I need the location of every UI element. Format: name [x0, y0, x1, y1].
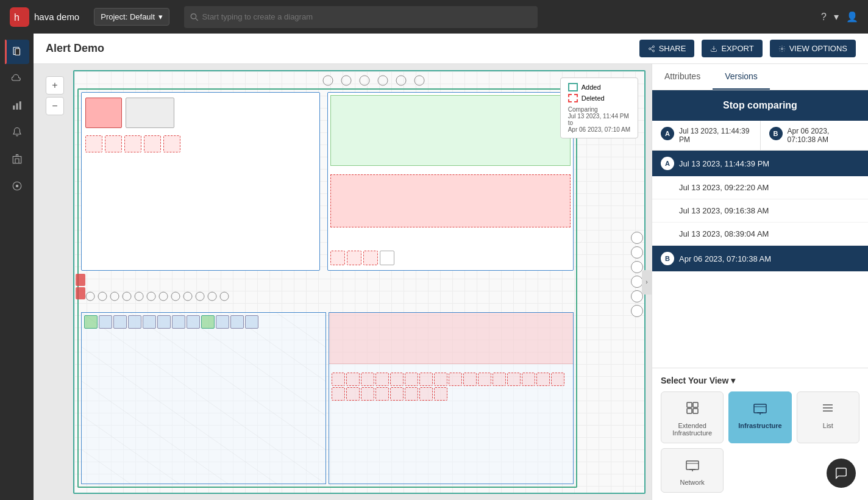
- building-icon: [12, 154, 23, 165]
- logo-text: hava demo: [34, 12, 79, 22]
- project-label: Project: Default: [101, 12, 155, 21]
- diagram-canvas[interactable]: Added Deleted Comparing Jul 13 2023, 11:…: [73, 70, 646, 494]
- version-header-a[interactable]: A Jul 13 2023, 11:44:39 PM: [652, 151, 868, 176]
- network-svg: [685, 457, 700, 472]
- svg-line-17: [650, 47, 652, 48]
- version-item-3[interactable]: Jul 13 2023, 08:39:04 AM: [652, 223, 868, 246]
- pink-block-1: [85, 98, 122, 128]
- legend-added: Added: [568, 83, 630, 91]
- date-compare-a: Jul 13 2023, 11:44:39 PM: [679, 127, 752, 144]
- sidebar-collapse-btn[interactable]: ›: [642, 270, 652, 295]
- chevron-icon[interactable]: ▾: [834, 11, 839, 23]
- project-selector[interactable]: Project: Default ▾: [94, 8, 169, 26]
- navbar-right: ? ▾ 👤: [821, 11, 858, 23]
- nodes-svg: [316, 72, 438, 89]
- version-item-2[interactable]: Jul 13 2023, 09:16:38 AM: [652, 199, 868, 223]
- zoom-in-button[interactable]: +: [46, 76, 64, 95]
- view-grid: Extended Infrastructure: [661, 391, 859, 443]
- extended-label: Extended Infrastructure: [666, 422, 718, 437]
- sidebar-item-cloud[interactable]: [5, 66, 29, 91]
- sidebar-item-chart[interactable]: [5, 93, 29, 118]
- tab-attributes[interactable]: Attributes: [652, 64, 713, 90]
- chat-bubble[interactable]: [827, 459, 856, 488]
- left-sidebar: [0, 34, 34, 500]
- version-header-b[interactable]: B Apr 06 2023, 07:10:38 AM: [652, 246, 868, 271]
- zoom-out-button[interactable]: −: [46, 97, 64, 115]
- settings-icon: [778, 45, 786, 52]
- infrastructure-icon: [753, 401, 767, 418]
- comparing-info: Comparing Jul 13 2023, 11:44 PM to Apr 0…: [568, 106, 630, 133]
- legend-deleted: Deleted: [568, 94, 630, 102]
- share-label: SHARE: [659, 44, 686, 53]
- svg-rect-7: [16, 103, 18, 110]
- svg-point-20: [323, 76, 333, 85]
- svg-line-16: [650, 49, 652, 50]
- navbar: h hava demo Project: Default ▾ ? ▾ 👤: [0, 0, 868, 34]
- deleted-indicator: [568, 94, 578, 102]
- deleted-label: Deleted: [582, 95, 605, 102]
- chevron-down-icon: ▾: [158, 12, 163, 21]
- cloud-icon: [12, 73, 23, 84]
- tab-versions[interactable]: Versions: [713, 64, 770, 90]
- green-area: [330, 95, 571, 166]
- svg-rect-10: [16, 155, 18, 157]
- gray-block-1: [126, 98, 174, 128]
- svg-point-27: [98, 292, 107, 301]
- connector-nodes: [291, 71, 462, 90]
- export-button[interactable]: EXPORT: [702, 40, 762, 57]
- view-btn-extended[interactable]: Extended Infrastructure: [661, 391, 724, 443]
- list-label: List: [823, 422, 833, 429]
- to-label: to: [568, 120, 630, 126]
- svg-point-28: [110, 292, 119, 301]
- header-date-b: Apr 06 2023, 07:10:38 AM: [679, 254, 771, 263]
- badge-a: A: [661, 127, 674, 140]
- svg-point-12: [15, 185, 18, 188]
- added-indicator: [568, 83, 578, 91]
- view-btn-network[interactable]: Network: [661, 448, 724, 493]
- diagram-area[interactable]: + −: [34, 64, 652, 500]
- sidebar-item-circle[interactable]: [5, 174, 29, 198]
- grid-panel-right: [329, 312, 574, 484]
- main-frame: [77, 88, 577, 488]
- logo[interactable]: h hava demo: [10, 7, 79, 27]
- infrastructure-label: Infrastructure: [738, 422, 782, 429]
- diagram-panel-row: + −: [34, 64, 868, 500]
- sidebar-item-building[interactable]: [5, 147, 29, 171]
- diagram-controls: + −: [46, 76, 64, 115]
- network-icon: [685, 457, 700, 475]
- share-icon: [648, 45, 655, 52]
- svg-point-33: [171, 292, 180, 301]
- sidebar-item-documents[interactable]: [5, 40, 29, 64]
- svg-point-25: [414, 76, 424, 85]
- search-input[interactable]: [202, 12, 532, 21]
- svg-point-37: [220, 292, 229, 301]
- infra-svg: [753, 401, 767, 415]
- pink-area: [330, 174, 571, 227]
- version-compare-a: A Jul 13 2023, 11:44:39 PM: [652, 121, 761, 150]
- added-label: Added: [582, 84, 601, 91]
- svg-rect-8: [19, 101, 21, 110]
- network-label: Network: [680, 479, 704, 486]
- version-item-1[interactable]: Jul 13 2023, 09:22:20 AM: [652, 176, 868, 199]
- select-view-text: Select Your View: [661, 376, 728, 385]
- stop-comparing-button[interactable]: Stop comparing: [652, 90, 868, 121]
- middle-connectors: [81, 284, 574, 309]
- sidebar-item-bell[interactable]: [5, 120, 29, 145]
- search-bar[interactable]: [184, 6, 538, 28]
- view-options-button[interactable]: VIEW OPTIONS: [770, 40, 856, 57]
- svg-point-34: [183, 292, 192, 301]
- user-icon[interactable]: 👤: [846, 11, 858, 23]
- main-layout: Alert Demo SHARE EXPORT: [0, 34, 868, 500]
- documents-icon: [12, 46, 23, 57]
- view-options-label: VIEW OPTIONS: [789, 44, 847, 53]
- view-btn-infrastructure[interactable]: Infrastructure: [728, 391, 791, 443]
- help-icon[interactable]: ?: [821, 12, 827, 23]
- list-icon: [820, 401, 835, 418]
- svg-point-30: [135, 292, 143, 301]
- header-date-a: Jul 13 2023, 11:44:39 PM: [679, 159, 769, 168]
- view-btn-list[interactable]: List: [797, 391, 859, 443]
- icon-row-right: [330, 251, 571, 265]
- svg-rect-51: [754, 404, 766, 413]
- share-button[interactable]: SHARE: [639, 40, 695, 57]
- subheader: Alert Demo SHARE EXPORT: [34, 34, 868, 64]
